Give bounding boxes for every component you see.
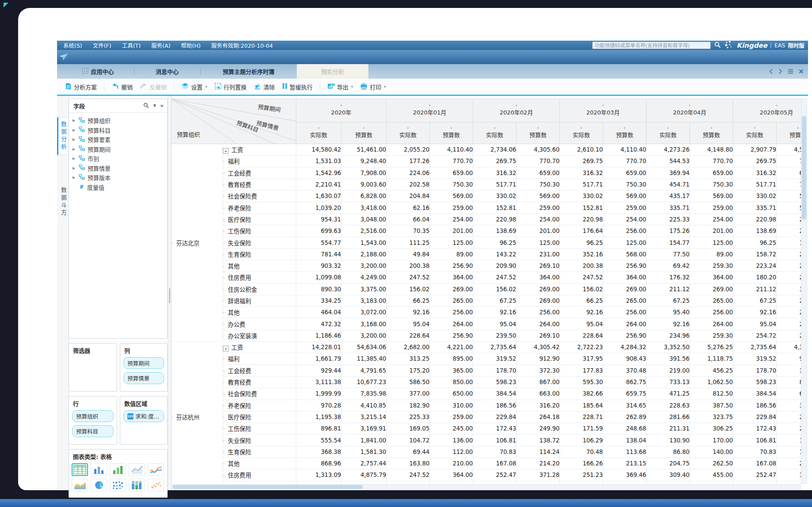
value-cell[interactable]: 650.00 (430, 388, 473, 400)
value-cell[interactable]: 259.30 (690, 330, 733, 341)
value-cell[interactable]: 269.10 (517, 330, 560, 341)
value-cell[interactable]: 113.68 (603, 446, 647, 457)
value-cell[interactable]: 306.25 (690, 423, 733, 435)
value-cell[interactable]: 2,210.41 (296, 179, 341, 190)
value-cell[interactable]: 699.63 (296, 225, 341, 237)
tab-3[interactable]: 预算主题分析序时簿 (200, 64, 297, 79)
value-cell[interactable]: 66.04 (387, 213, 430, 225)
value-cell[interactable]: 114.24 (517, 446, 560, 457)
measure-header[interactable]: 预算数 (517, 122, 560, 144)
value-cell[interactable]: 595.30 (560, 376, 603, 388)
account-cell[interactable]: ·教育经费 (223, 376, 296, 388)
value-cell[interactable]: 435.17 (647, 191, 690, 202)
value-cell[interactable]: 228.64 (387, 330, 430, 341)
value-cell[interactable]: 66.25 (387, 295, 430, 306)
value-cell[interactable]: 14,580.42 (296, 144, 341, 156)
account-cell[interactable]: ·福利 (223, 353, 296, 365)
value-cell[interactable]: 371.28 (777, 469, 801, 481)
value-cell[interactable]: 204.75 (647, 458, 690, 469)
value-cell[interactable]: 106.81 (473, 435, 517, 446)
value-cell[interactable]: 3,352.50 (647, 342, 690, 353)
value-cell[interactable]: 2,734.06 (473, 144, 517, 156)
value-cell[interactable]: 138.69 (733, 225, 777, 237)
value-cell[interactable]: 92.16 (473, 307, 517, 318)
value-cell[interactable]: 186.56 (733, 400, 777, 411)
value-cell[interactable]: 269.75 (733, 156, 777, 167)
value-cell[interactable]: 92.16 (647, 318, 690, 330)
value-cell[interactable]: 4,410.85 (341, 400, 387, 411)
value-cell[interactable]: 254.00 (603, 213, 647, 225)
value-cell[interactable]: 143.22 (473, 248, 517, 260)
value-cell[interactable]: 269.00 (690, 283, 733, 295)
value-cell[interactable]: 1,099.08 (296, 272, 341, 283)
value-cell[interactable]: 4,284.32 (603, 342, 647, 353)
value-cell[interactable]: 2,516.00 (341, 225, 387, 237)
value-cell[interactable]: 156.02 (387, 283, 430, 295)
value-cell[interactable]: 269.00 (517, 283, 560, 295)
value-cell[interactable]: 67.25 (647, 295, 690, 306)
value-cell[interactable]: 169.05 (387, 423, 430, 435)
value-cell[interactable]: 7,835.98 (341, 388, 387, 400)
value-cell[interactable]: 382.66 (560, 388, 603, 400)
account-cell[interactable]: ·其他 (223, 458, 296, 469)
value-cell[interactable]: 4,273.26 (647, 144, 690, 156)
chart-type-bar-blue[interactable] (91, 463, 107, 476)
value-cell[interactable]: 387.50 (690, 400, 733, 411)
value-cell[interactable]: 454.71 (647, 179, 690, 190)
measure-header[interactable]: 预算数 (690, 122, 733, 144)
org-cell[interactable]: ·芬达杭州 (172, 342, 223, 484)
value-cell[interactable]: 3,200.00 (341, 330, 387, 341)
value-cell[interactable]: 265.00 (690, 295, 733, 306)
pivot-chip[interactable]: 预算组织 (72, 410, 114, 422)
value-cell[interactable]: 245.00 (430, 423, 473, 435)
value-cell[interactable]: 96.25 (733, 237, 777, 248)
value-cell[interactable]: 104.72 (387, 435, 430, 446)
value-cell[interactable]: 1,999.99 (296, 388, 341, 400)
value-cell[interactable]: 220.98 (473, 213, 517, 225)
value-cell[interactable]: 330.02 (473, 191, 517, 202)
value-cell[interactable]: 254.00 (517, 213, 560, 225)
account-cell[interactable]: ·养老保险 (223, 400, 296, 411)
value-cell[interactable]: 254.00 (430, 213, 473, 225)
value-cell[interactable]: 659.00 (777, 167, 801, 179)
value-cell[interactable]: 125.00 (777, 237, 801, 248)
value-cell[interactable]: 1,195.38 (296, 411, 341, 423)
value-cell[interactable]: 663.00 (777, 388, 801, 400)
value-cell[interactable]: 213.15 (603, 458, 647, 469)
value-cell[interactable]: 252.47 (473, 469, 517, 481)
value-cell[interactable] (430, 481, 473, 484)
chart-type-pie[interactable] (91, 479, 107, 492)
toolbar-button-layers[interactable]: 设置▾ (181, 83, 207, 91)
value-cell[interactable]: 219.00 (647, 365, 690, 376)
value-cell[interactable]: 4,791.65 (341, 365, 387, 376)
value-cell[interactable]: 750.30 (690, 179, 733, 190)
value-cell[interactable]: 750.30 (430, 179, 473, 190)
value-cell[interactable]: 125.00 (430, 237, 473, 248)
value-cell[interactable]: 228.64 (560, 330, 603, 341)
value-cell[interactable]: 200.38 (387, 260, 430, 271)
value-cell[interactable]: 269.10 (517, 260, 560, 271)
value-cell[interactable] (387, 481, 430, 484)
value-cell[interactable]: 659.75 (603, 388, 647, 400)
field-tree-item[interactable]: ▶预算要素 (73, 135, 167, 145)
menu-item[interactable]: 帮助(H) (181, 41, 200, 50)
side-tab-active[interactable]: 数据分析 (57, 117, 68, 155)
value-cell[interactable]: 10,677.23 (341, 376, 387, 388)
measure-header[interactable]: 预算数 (777, 122, 801, 144)
field-search-icon[interactable] (143, 102, 149, 110)
account-cell[interactable]: ·生育保险 (223, 248, 296, 260)
tab-2[interactable]: 消息中心 (134, 64, 200, 79)
value-cell[interactable]: 896.81 (296, 423, 341, 435)
expand-icon[interactable]: + (223, 148, 229, 154)
value-cell[interactable]: 517.71 (560, 179, 603, 190)
value-cell[interactable]: 868.96 (296, 458, 341, 469)
value-cell[interactable]: 256.00 (690, 307, 733, 318)
value-cell[interactable]: 172.43 (733, 423, 777, 435)
horizontal-scrollbar[interactable] (171, 484, 801, 490)
value-cell[interactable]: 67.25 (733, 295, 777, 306)
account-cell[interactable]: ·教育经费 (223, 179, 296, 190)
value-cell[interactable]: 598.23 (473, 376, 517, 388)
value-cell[interactable]: 750.30 (777, 179, 801, 190)
side-tab-inactive[interactable]: 数据斗方 (57, 183, 68, 221)
value-cell[interactable]: 954.31 (296, 213, 341, 225)
